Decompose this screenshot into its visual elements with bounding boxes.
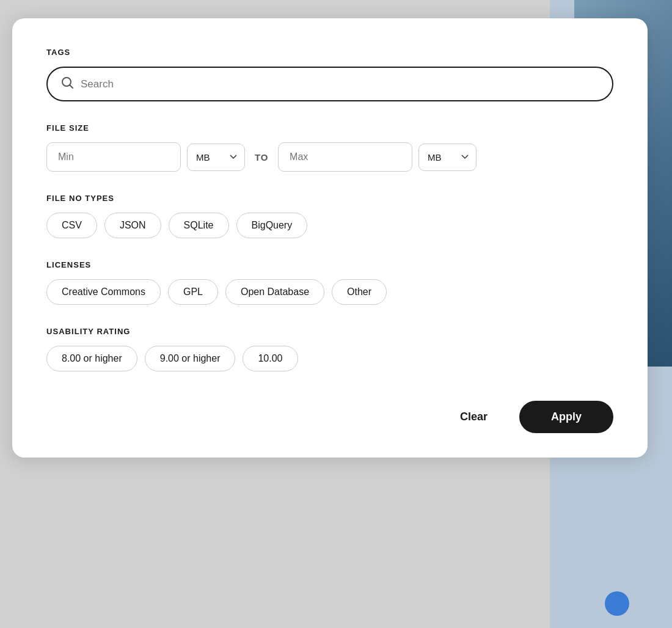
- license-pill[interactable]: Creative Commons: [46, 279, 161, 305]
- usability-rating-pill[interactable]: 10.00: [243, 346, 298, 371]
- file-types-section: FILE NO TYPES CSVJSONSQLiteBigQuery: [46, 194, 613, 238]
- file-size-max-input[interactable]: [278, 142, 412, 172]
- file-size-row: MB GB KB TO MB GB KB: [46, 142, 613, 172]
- search-icon: [61, 76, 73, 92]
- file-types-row: CSVJSONSQLiteBigQuery: [46, 213, 613, 238]
- license-pill[interactable]: Other: [332, 279, 387, 305]
- licenses-row: Creative CommonsGPLOpen DatabaseOther: [46, 279, 613, 305]
- usability-label: USABILITY RATING: [46, 327, 613, 336]
- search-box: [46, 67, 613, 101]
- usability-rating-section: USABILITY RATING 8.00 or higher9.00 or h…: [46, 327, 613, 371]
- license-pill[interactable]: Open Database: [225, 279, 324, 305]
- file-type-pill[interactable]: JSON: [104, 213, 161, 238]
- license-pill[interactable]: GPL: [168, 279, 218, 305]
- footer-row: Clear Apply: [46, 401, 613, 433]
- usability-rating-pill[interactable]: 8.00 or higher: [46, 346, 137, 371]
- file-types-label: FILE NO TYPES: [46, 194, 613, 203]
- svg-line-1: [70, 86, 73, 89]
- file-size-min-unit-select[interactable]: MB GB KB: [187, 144, 245, 171]
- file-size-label: FILE SIZE: [46, 123, 613, 133]
- search-input[interactable]: [81, 78, 599, 90]
- file-type-pill[interactable]: BigQuery: [236, 213, 308, 238]
- file-size-section: FILE SIZE MB GB KB TO MB GB KB: [46, 123, 613, 172]
- usability-row: 8.00 or higher9.00 or higher10.00: [46, 346, 613, 371]
- file-size-max-unit-select[interactable]: MB GB KB: [418, 144, 477, 171]
- licenses-section: LICENSES Creative CommonsGPLOpen Databas…: [46, 260, 613, 305]
- file-type-pill[interactable]: CSV: [46, 213, 97, 238]
- filter-modal: TAGS FILE SIZE MB GB KB TO MB: [12, 18, 648, 458]
- tags-label: TAGS: [46, 48, 613, 57]
- tags-section: TAGS: [46, 48, 613, 101]
- file-type-pill[interactable]: SQLite: [169, 213, 229, 238]
- clear-button[interactable]: Clear: [448, 402, 500, 432]
- licenses-label: LICENSES: [46, 260, 613, 269]
- to-label: TO: [251, 152, 272, 162]
- apply-button[interactable]: Apply: [519, 401, 613, 433]
- file-size-min-input[interactable]: [46, 142, 181, 172]
- usability-rating-pill[interactable]: 9.00 or higher: [145, 346, 236, 371]
- action-button[interactable]: [605, 591, 629, 616]
